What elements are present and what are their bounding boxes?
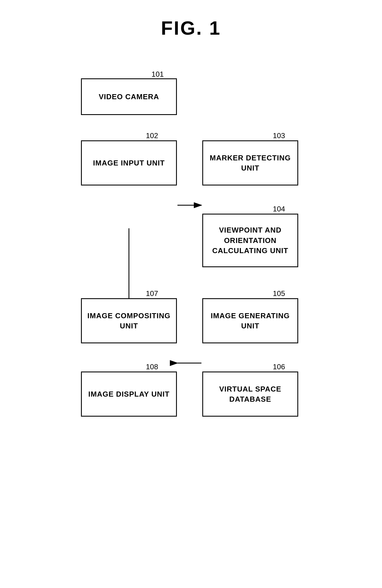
box-video-camera-label: VIDEO CAMERA bbox=[99, 92, 159, 102]
box-image-compositing-unit-label: IMAGE COMPOSITING UNIT bbox=[85, 311, 173, 331]
label-107: 107 bbox=[146, 289, 158, 298]
box-virtual-space-database: VIRTUAL SPACE DATABASE bbox=[202, 372, 298, 417]
box-virtual-space-database-label: VIRTUAL SPACE DATABASE bbox=[206, 384, 295, 404]
label-104: 104 bbox=[273, 205, 285, 213]
label-102: 102 bbox=[146, 131, 158, 140]
label-105: 105 bbox=[273, 289, 285, 298]
page-container: FIG. 1 bbox=[0, 0, 382, 588]
diagram-container: VIDEO CAMERA 101 IMAGE INPUT UNIT 102 MA… bbox=[64, 61, 318, 541]
box-image-generating-unit-label: IMAGE GENERATING UNIT bbox=[206, 311, 295, 331]
box-video-camera: VIDEO CAMERA bbox=[81, 78, 177, 115]
label-101: 101 bbox=[152, 70, 164, 79]
box-image-display-unit: IMAGE DISPLAY UNIT bbox=[81, 372, 177, 417]
figure-title: FIG. 1 bbox=[161, 17, 221, 39]
label-106: 106 bbox=[273, 362, 285, 371]
box-viewpoint-orientation-calculating: VIEWPOINT AND ORIENTATION CALCULATING UN… bbox=[202, 214, 298, 267]
box-viewpoint-orientation-calculating-label: VIEWPOINT AND ORIENTATION CALCULATING UN… bbox=[206, 225, 295, 256]
box-image-display-unit-label: IMAGE DISPLAY UNIT bbox=[88, 389, 170, 399]
box-image-compositing-unit: IMAGE COMPOSITING UNIT bbox=[81, 298, 177, 343]
box-marker-detecting-unit: MARKER DETECTING UNIT bbox=[202, 140, 298, 185]
label-103: 103 bbox=[273, 131, 285, 140]
box-image-input-unit: IMAGE INPUT UNIT bbox=[81, 140, 177, 185]
box-marker-detecting-unit-label: MARKER DETECTING UNIT bbox=[206, 153, 295, 173]
box-image-generating-unit: IMAGE GENERATING UNIT bbox=[202, 298, 298, 343]
box-image-input-unit-label: IMAGE INPUT UNIT bbox=[93, 158, 165, 168]
label-108: 108 bbox=[146, 362, 158, 371]
